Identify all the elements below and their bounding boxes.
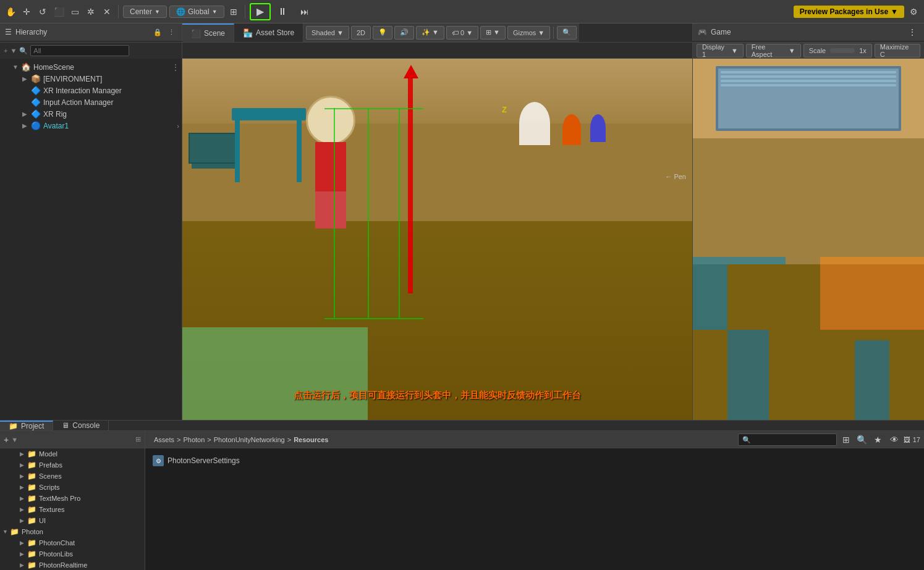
proj-item-textmesh[interactable]: ▶ 📁 TextMesh Pro bbox=[0, 493, 145, 504]
hierarchy-lock-icon[interactable]: 🔒 bbox=[152, 27, 163, 38]
step-button[interactable]: ⏭ bbox=[294, 3, 315, 20]
xr-rig-label: XR Rig bbox=[43, 110, 67, 119]
gv-right-desk-body bbox=[820, 264, 924, 329]
grid-line-h1 bbox=[324, 108, 423, 109]
breadcrumb-resources[interactable]: Resources bbox=[294, 436, 328, 443]
assets-search-input[interactable] bbox=[738, 434, 837, 446]
pause-button[interactable]: ⏸ bbox=[272, 3, 293, 20]
game-more-icon[interactable]: ⋮ bbox=[905, 25, 919, 39]
hand-tool-icon[interactable]: ✋ bbox=[4, 5, 17, 19]
tree-item-homescene[interactable]: ▼ 🏠 HomeScene ⋮ bbox=[0, 61, 182, 73]
filter-icon[interactable]: 🔍 bbox=[855, 433, 869, 446]
center-button[interactable]: Center ▼ bbox=[123, 6, 167, 18]
maximize-button[interactable]: Maximize C bbox=[875, 44, 920, 57]
expand-icon4: ▶ bbox=[20, 484, 27, 490]
folder-icon2: 📁 bbox=[27, 461, 36, 469]
folder-icon9: 📁 bbox=[27, 539, 36, 547]
tree-item-xr-interaction[interactable]: 🔷 XR Interaction Manager bbox=[0, 85, 182, 96]
breadcrumb-assets[interactable]: Assets bbox=[154, 436, 174, 443]
proj-item-model[interactable]: ▶ 📁 Model bbox=[0, 448, 145, 459]
global-arrow-icon: ▼ bbox=[212, 9, 218, 15]
left-table-leg bbox=[192, 164, 235, 169]
proj-label-photonchat: PhotonChat bbox=[39, 539, 75, 547]
breadcrumb-photon[interactable]: Photon bbox=[183, 436, 205, 443]
tab-asset-store[interactable]: 🏪 Asset Store bbox=[234, 23, 303, 42]
tree-item-avatar1[interactable]: ▶ 🔵 Avatar1 › bbox=[0, 120, 182, 132]
transform-tool-icon[interactable]: ✲ bbox=[84, 5, 98, 19]
proj-item-ui[interactable]: ▶ 📁 UI bbox=[0, 515, 145, 526]
center-arrow-icon: ▼ bbox=[155, 9, 160, 15]
settings-icon[interactable]: ⚙ bbox=[907, 5, 920, 19]
asset-item-photonserver[interactable]: ⚙ PhotonServerSettings bbox=[150, 453, 919, 468]
project-expand-icon[interactable]: ⊞ bbox=[135, 435, 141, 443]
proj-item-scripts[interactable]: ▶ 📁 Scripts bbox=[0, 482, 145, 493]
game-view-content[interactable] bbox=[693, 59, 924, 420]
gizmos-button[interactable]: Gizmos ▼ bbox=[507, 26, 550, 40]
custom-tool-icon[interactable]: ✕ bbox=[100, 5, 114, 19]
hierarchy-more-icon[interactable]: ⋮ bbox=[166, 27, 177, 38]
hierarchy-controls: 🔒 ⋮ bbox=[152, 27, 177, 38]
tab-scene[interactable]: ⬛ Scene bbox=[182, 23, 234, 42]
proj-item-prefabs[interactable]: ▶ 📁 Prefabs bbox=[0, 459, 145, 471]
maximize-label: Maximize C bbox=[880, 43, 915, 58]
scene-more-icon[interactable]: ⋮ bbox=[172, 63, 179, 72]
grid-icon[interactable]: ⊞ bbox=[227, 5, 240, 19]
global-button[interactable]: 🌐 Global ▼ bbox=[169, 6, 224, 18]
rect-tool-icon[interactable]: ▭ bbox=[68, 5, 82, 19]
hierarchy-search-input[interactable] bbox=[30, 45, 129, 56]
grid-view-icon[interactable]: ⊞ bbox=[839, 433, 853, 446]
project-add-icon[interactable]: + bbox=[4, 435, 9, 445]
proj-item-photonchat[interactable]: ▶ 📁 PhotonChat bbox=[0, 537, 145, 548]
preview-packages-button[interactable]: Preview Packages in Use ▼ bbox=[794, 6, 904, 18]
shaded-button[interactable]: Shaded ▼ bbox=[306, 26, 349, 40]
proj-item-photonrealtime[interactable]: ▶ 📁 PhotonRealtime bbox=[0, 560, 145, 570]
tab-project[interactable]: 📁 Project bbox=[0, 421, 53, 430]
preview-packages-arrow-icon: ▼ bbox=[891, 7, 898, 16]
step-icon: ⏭ bbox=[300, 7, 309, 17]
dropdown-icon[interactable]: ▼ bbox=[10, 47, 17, 54]
tree-item-environment[interactable]: ▶ 📦 [ENVIRONMENT] bbox=[0, 73, 182, 85]
top-toolbar: ✋ ✛ ↺ ⬛ ▭ ✲ ✕ Center ▼ 🌐 Global ▼ ⊞ ▶ ⏸ … bbox=[0, 0, 924, 23]
favorite-icon[interactable]: ★ bbox=[871, 433, 885, 446]
scale-slider[interactable] bbox=[830, 48, 855, 53]
tree-item-input-action[interactable]: 🔷 Input Action Manager bbox=[0, 96, 182, 108]
scene-overlay-text: 点击运行后，项目可直接运行到头套中，并且能实时反馈动作到工作台 bbox=[294, 390, 581, 401]
scene-icon: 🏠 bbox=[21, 62, 31, 72]
free-aspect-button[interactable]: Free Aspect ▼ bbox=[746, 44, 801, 57]
proj-item-scenes[interactable]: ▶ 📁 Scenes bbox=[0, 471, 145, 482]
folder-icon4: 📁 bbox=[27, 483, 36, 492]
lighting-button[interactable]: 💡 bbox=[373, 26, 392, 40]
scale-button[interactable]: Scale 1x bbox=[803, 44, 872, 57]
blue-table-leg1 bbox=[235, 120, 240, 182]
add-icon[interactable]: + bbox=[4, 47, 7, 54]
scene-view[interactable]: Z ← Pen 点击运行后，项目可直接运行到头套中，并且能实时反馈动作到工作台 bbox=[182, 59, 692, 420]
move-tool-icon[interactable]: ✛ bbox=[20, 5, 33, 19]
shaded-arrow-icon: ▼ bbox=[337, 29, 344, 36]
expand-right-icon[interactable]: › bbox=[177, 122, 179, 130]
proj-item-textures[interactable]: ▶ 📁 Textures bbox=[0, 504, 145, 515]
project-toolbar: + ▼ ⊞ bbox=[0, 431, 145, 448]
proj-item-photon[interactable]: ▼ 📁 Photon bbox=[0, 526, 145, 537]
layout-button[interactable]: ⊞ ▼ bbox=[480, 26, 506, 40]
2d-button[interactable]: 2D bbox=[351, 26, 371, 40]
search-scene-button[interactable]: 🔍 bbox=[557, 26, 577, 40]
tab-console[interactable]: 🖥 Console bbox=[53, 421, 109, 430]
project-dropdown-icon[interactable]: ▼ bbox=[11, 436, 18, 443]
scale-tool-icon[interactable]: ⬛ bbox=[52, 5, 66, 19]
tree-item-xr-rig[interactable]: ▶ 🔷 XR Rig bbox=[0, 108, 182, 120]
display-button[interactable]: Display 1 ▼ bbox=[697, 44, 744, 57]
play-button[interactable]: ▶ bbox=[250, 3, 271, 20]
project-folder-panel: + ▼ ⊞ ▶ 📁 Model ▶ 📁 bbox=[0, 431, 145, 570]
breadcrumb-pun[interactable]: PhotonUnityNetworking bbox=[214, 436, 285, 443]
layers-button[interactable]: 🏷 0 ▼ bbox=[446, 26, 478, 40]
search-icon[interactable]: 🔍 bbox=[19, 47, 28, 55]
console-tab-icon: 🖥 bbox=[62, 421, 69, 430]
audio-button[interactable]: 🔊 bbox=[394, 26, 414, 40]
eye-icon[interactable]: 👁 bbox=[888, 433, 901, 446]
pen-text: ← Pen bbox=[665, 173, 686, 180]
rotate-tool-icon[interactable]: ↺ bbox=[36, 5, 49, 19]
expand-icon: ▶ bbox=[20, 451, 27, 457]
expand-icon10: ▶ bbox=[20, 551, 27, 557]
effects-button[interactable]: ✨ ▼ bbox=[416, 26, 444, 40]
proj-item-photonlibs[interactable]: ▶ 📁 PhotonLibs bbox=[0, 548, 145, 560]
